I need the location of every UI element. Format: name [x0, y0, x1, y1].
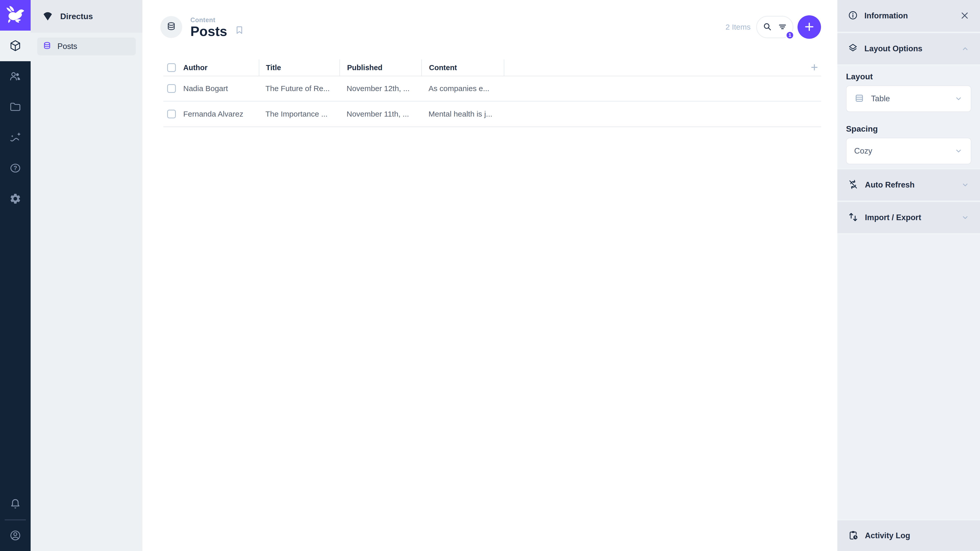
row-checkbox[interactable]: [167, 84, 176, 93]
section-layout-options[interactable]: Layout Options: [837, 33, 980, 64]
nav-item-posts[interactable]: Posts: [37, 38, 136, 56]
close-sidebar-button[interactable]: [959, 11, 970, 21]
insights-icon: [9, 131, 21, 144]
column-header-content[interactable]: Content: [422, 59, 504, 76]
info-icon: [848, 10, 858, 22]
section-title: Auto Refresh: [865, 180, 915, 189]
activity-log-label: Activity Log: [865, 531, 910, 540]
search-icon: [762, 22, 773, 33]
posts-table: Author Title Published Content Nad: [163, 59, 821, 127]
module-help-button[interactable]: ?: [0, 153, 30, 184]
folder-icon: [9, 101, 21, 114]
layout-select[interactable]: Table: [846, 86, 971, 112]
clipboard-clock-icon: [848, 530, 859, 542]
page-header: Content Posts 2 Items: [160, 15, 821, 39]
title-block: Content Posts: [190, 16, 227, 38]
items-count: 2 Items: [725, 23, 751, 32]
section-title: Import / Export: [865, 213, 921, 222]
filter-button[interactable]: [778, 22, 788, 32]
box-icon: [9, 40, 21, 52]
chevron-up-icon: [961, 44, 970, 53]
cell-title: The Future of Re...: [259, 76, 339, 101]
column-header-title[interactable]: Title: [259, 59, 339, 76]
layers-icon: [848, 43, 858, 55]
users-icon: [9, 70, 21, 83]
cell-filler: [504, 76, 821, 101]
cell-content: As companies e...: [422, 76, 504, 101]
svg-text:?: ?: [14, 165, 17, 171]
bell-icon: [9, 498, 21, 511]
account-circle-icon: [9, 529, 21, 542]
database-icon: [42, 41, 52, 52]
nav-item-label: Posts: [57, 42, 77, 51]
sidebar-title: Information: [864, 11, 908, 21]
table-layout-icon: [854, 93, 864, 104]
account-button[interactable]: [0, 520, 30, 551]
notifications-button[interactable]: [0, 489, 30, 519]
layout-options-panel: Layout Table Spacing Cozy: [837, 66, 980, 168]
module-settings-button[interactable]: [0, 184, 30, 214]
column-header-author[interactable]: Author: [183, 59, 259, 76]
layout-select-value: Table: [871, 94, 890, 103]
module-user-directory-button[interactable]: [0, 61, 30, 92]
search-button[interactable]: [762, 22, 773, 33]
plus-icon: [803, 21, 815, 34]
bookmark-icon: [234, 25, 245, 36]
add-column-button[interactable]: [808, 59, 821, 76]
info-sidebar: Information Layout Options: [837, 0, 980, 551]
activity-log-button[interactable]: Activity Log: [837, 520, 980, 551]
table-row[interactable]: Nadia Bogart The Future of Re... Novembe…: [163, 76, 821, 102]
chevron-down-icon: [961, 180, 970, 189]
bookmark-button[interactable]: [234, 25, 245, 36]
select-all-cell: [163, 59, 183, 76]
plus-icon: [809, 62, 820, 73]
select-all-checkbox[interactable]: [167, 63, 176, 72]
cell-author: Fernanda Alvarez: [183, 102, 259, 126]
row-checkbox-cell: [163, 76, 183, 101]
module-insights-button[interactable]: [0, 122, 30, 153]
main-content: Content Posts 2 Items: [142, 0, 837, 551]
module-content-button[interactable]: [0, 30, 30, 61]
cell-author: Nadia Bogart: [183, 76, 259, 101]
breadcrumb[interactable]: Content: [190, 16, 227, 24]
search-filter-pill: 1: [756, 16, 794, 38]
help-icon: ?: [9, 162, 21, 175]
filter-count-badge: 1: [785, 30, 794, 40]
chevron-down-icon: [961, 213, 970, 222]
table-row[interactable]: Fernanda Alvarez The Importance ... Nove…: [163, 102, 821, 127]
column-header-filler: [504, 59, 808, 76]
layout-field-label: Layout: [846, 72, 971, 81]
module-file-library-button[interactable]: [0, 92, 30, 122]
row-checkbox[interactable]: [167, 110, 176, 118]
project-chooser[interactable]: Directus: [30, 0, 142, 33]
chevron-down-icon: [954, 146, 963, 156]
chevron-down-icon: [954, 94, 963, 103]
section-auto-refresh[interactable]: Auto Refresh: [837, 169, 980, 200]
column-header-published[interactable]: Published: [339, 59, 422, 76]
spacing-select-value: Cozy: [854, 146, 872, 156]
close-icon: [959, 11, 970, 21]
section-title: Layout Options: [864, 44, 922, 53]
gear-icon: [9, 192, 21, 206]
module-bar-spacer: [0, 214, 30, 489]
project-name: Directus: [60, 12, 93, 21]
filter-icon: [778, 22, 788, 32]
table-header-row: Author Title Published Content: [163, 59, 821, 76]
sidebar-empty-area: [837, 235, 980, 519]
rabbit-logo-icon: [6, 6, 25, 25]
spacing-select[interactable]: Cozy: [846, 138, 971, 164]
directus-logo-button[interactable]: [0, 0, 30, 30]
directus-app: ?: [0, 0, 980, 551]
cell-title: The Importance ...: [259, 102, 339, 126]
collection-icon-button[interactable]: [160, 16, 182, 38]
module-bar: ?: [0, 0, 30, 551]
cell-published: November 12th, ...: [339, 76, 422, 101]
section-import-export[interactable]: Import / Export: [837, 202, 980, 233]
cell-filler: [504, 102, 821, 126]
cell-published: November 11th, ...: [339, 102, 422, 126]
create-item-button[interactable]: [797, 15, 821, 39]
sidebar-header: Information: [837, 0, 980, 32]
database-icon: [166, 21, 177, 33]
swap-vertical-icon: [848, 211, 859, 224]
fan-icon: [42, 10, 54, 23]
